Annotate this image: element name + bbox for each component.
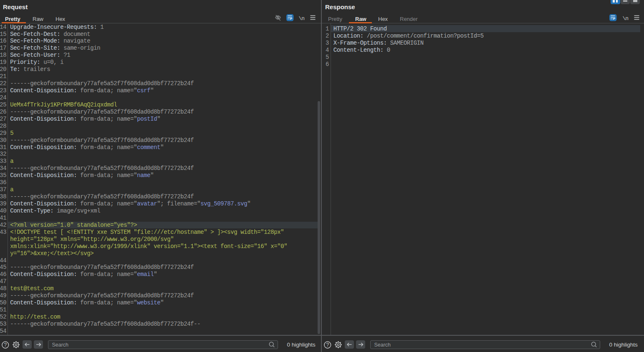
svg-text:?: ? xyxy=(326,342,329,348)
svg-text:?: ? xyxy=(4,342,7,348)
